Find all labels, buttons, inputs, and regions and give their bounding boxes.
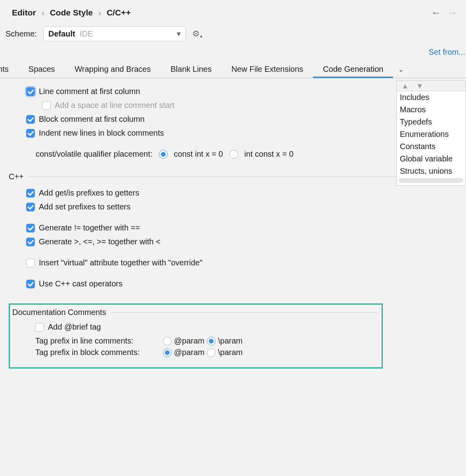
checkbox-generate-neq[interactable]	[26, 224, 35, 232]
breadcrumb: Editor › Code Style › C/C++	[12, 8, 131, 17]
scheme-suffix: IDE	[80, 29, 93, 38]
set-from-link[interactable]: Set from...	[0, 46, 466, 61]
checkbox-set-prefix[interactable]	[26, 203, 35, 211]
tab-wrapping[interactable]: Wrapping and Braces	[65, 61, 161, 78]
label-line-bs: \param	[218, 336, 243, 345]
checkbox-block-comment-first[interactable]	[26, 115, 35, 124]
label-cpp-cast: Use C++ cast operators	[39, 279, 122, 288]
divider	[111, 312, 378, 313]
documentation-comments-highlight: Documentation Comments Add @brief tag Ta…	[9, 303, 383, 369]
tab-blank-lines[interactable]: Blank Lines	[161, 61, 222, 78]
checkbox-add-brief[interactable]	[35, 323, 44, 332]
list-item[interactable]: Includes	[397, 91, 466, 104]
tab-partial[interactable]: ents	[0, 61, 19, 78]
label-block-comment-first: Block comment at first column	[39, 115, 145, 124]
label-indent-block-comments: Indent new lines in block comments	[39, 129, 164, 138]
tab-new-file-ext[interactable]: New File Extensions	[222, 61, 313, 78]
checkbox-cpp-cast[interactable]	[26, 280, 35, 288]
arrow-down-icon[interactable]: ▼	[416, 82, 424, 90]
breadcrumb-codestyle[interactable]: Code Style	[50, 8, 93, 17]
chevron-right-icon: ›	[98, 8, 101, 17]
back-arrow-icon[interactable]: ←	[431, 7, 441, 18]
breadcrumb-editor[interactable]: Editor	[12, 8, 36, 17]
nav-arrows: ← →	[431, 7, 457, 18]
checkbox-indent-block-comments[interactable]	[26, 129, 35, 138]
structure-list[interactable]: Includes Macros Typedefs Enumerations Co…	[397, 91, 466, 177]
radio-block-bs[interactable]	[207, 348, 216, 357]
qualifier-option-a: const int x = 0	[174, 150, 223, 159]
tabs: ents Spaces Wrapping and Braces Blank Li…	[0, 61, 466, 78]
label-set-prefix: Add set prefixes to setters	[39, 202, 130, 211]
label-tag-prefix-block: Tag prefix in block comments:	[35, 348, 157, 357]
label-add-brief: Add @brief tag	[48, 322, 101, 332]
list-item[interactable]: Enumerations	[397, 128, 466, 140]
label-generate-rel: Generate >, <=, >= together with <	[39, 237, 160, 246]
chevron-down-icon: ▾	[177, 29, 181, 38]
label-block-at: @param	[174, 348, 204, 357]
label-generate-neq: Generate != together with ==	[39, 223, 140, 232]
label-line-comment-first: Line comment at first column	[39, 87, 140, 96]
label-getis-prefix: Add get/is prefixes to getters	[39, 188, 139, 198]
forward-arrow-icon: →	[448, 7, 457, 18]
list-item[interactable]: Global variable	[397, 153, 466, 165]
breadcrumb-ccpp: C/C++	[107, 8, 131, 17]
radio-block-at[interactable]	[163, 348, 172, 357]
checkbox-generate-rel[interactable]	[26, 238, 35, 246]
label-tag-prefix-line: Tag prefix in line comments:	[35, 336, 157, 345]
label-line-at: @param	[174, 336, 204, 345]
radio-line-at[interactable]	[163, 337, 172, 345]
scheme-select[interactable]: Default IDE ▾	[43, 26, 186, 41]
label-block-bs: \param	[218, 348, 243, 357]
scrollbar[interactable]	[399, 178, 463, 183]
qualifier-option-b: int const x = 0	[244, 150, 294, 159]
qualifier-label: const/volatile qualifier placement:	[36, 150, 153, 159]
checkbox-line-comment-first[interactable]	[26, 87, 35, 96]
scheme-label: Scheme:	[6, 29, 37, 38]
gear-icon[interactable]: ⚙▾	[192, 29, 200, 38]
list-item[interactable]: Macros	[397, 104, 466, 116]
radio-qualifier-east[interactable]	[229, 150, 238, 159]
tab-spaces[interactable]: Spaces	[19, 61, 65, 78]
chevron-right-icon: ›	[42, 8, 44, 17]
list-item[interactable]: Structs, unions	[397, 165, 466, 177]
label-add-space-line-comment: Add a space at line comment start	[55, 101, 174, 110]
section-doc-comments: Documentation Comments	[12, 308, 106, 317]
tab-code-generation[interactable]: Code Generation	[313, 61, 393, 78]
list-item[interactable]: Typedefs	[397, 116, 466, 128]
structure-panel: ▲ ▼ Includes Macros Typedefs Enumeration…	[396, 81, 466, 186]
radio-qualifier-west[interactable]	[159, 150, 168, 159]
checkbox-getis-prefix[interactable]	[26, 189, 35, 198]
scheme-name: Default	[48, 29, 75, 38]
list-item[interactable]: Constants	[397, 140, 466, 153]
chevron-down-icon: ▾	[200, 34, 202, 39]
radio-line-bs[interactable]	[207, 337, 216, 345]
tab-overflow-icon[interactable]: ⌄	[393, 61, 406, 78]
section-cpp: C++	[9, 172, 24, 181]
checkbox-add-space-line-comment[interactable]	[42, 101, 51, 110]
checkbox-virtual-override[interactable]	[26, 259, 35, 267]
arrow-up-icon[interactable]: ▲	[401, 82, 409, 90]
label-virtual-override: Insert "virtual" attribute together with…	[39, 258, 202, 267]
